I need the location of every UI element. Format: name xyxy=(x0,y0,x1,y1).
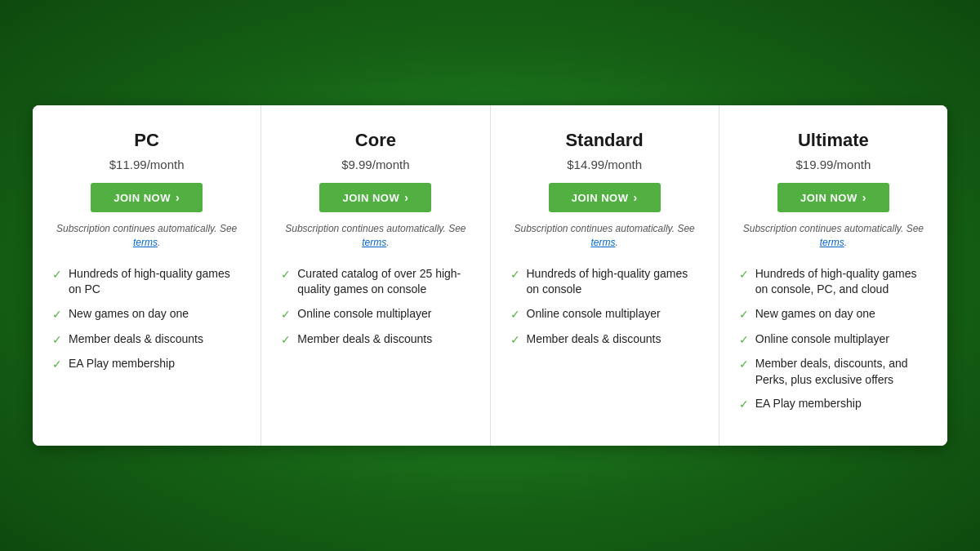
ultimate-join-button[interactable]: JOIN NOW› xyxy=(777,183,889,212)
check-icon: ✓ xyxy=(739,307,749,323)
pc-feature-3: EA Play membership xyxy=(69,356,175,372)
core-feature-2: Member deals & discounts xyxy=(297,331,432,348)
card-ultimate: Ultimate$19.99/monthJOIN NOW›Subscriptio… xyxy=(719,105,947,446)
ultimate-feature-0: Hundreds of high-quality games on consol… xyxy=(755,266,928,298)
list-item: ✓Member deals & discounts xyxy=(52,331,241,349)
ultimate-price: $19.99/month xyxy=(796,158,871,171)
core-subscription-note: Subscription continues automatically. Se… xyxy=(281,222,470,250)
standard-feature-1: Online console multiplayer xyxy=(527,306,661,322)
pc-join-label: JOIN NOW xyxy=(114,192,171,204)
pc-title: PC xyxy=(134,130,159,151)
ultimate-feature-3: Member deals, discounts, and Perks, plus… xyxy=(755,356,928,388)
list-item: ✓Member deals & discounts xyxy=(281,331,470,349)
core-feature-0: Curated catalog of over 25 high-quality … xyxy=(297,266,470,298)
list-item: ✓Member deals, discounts, and Perks, plu… xyxy=(739,356,928,388)
standard-terms-link[interactable]: terms xyxy=(590,237,615,248)
check-icon: ✓ xyxy=(510,267,520,283)
check-icon: ✓ xyxy=(52,307,62,323)
list-item: ✓Online console multiplayer xyxy=(739,331,928,349)
check-icon: ✓ xyxy=(510,332,520,349)
list-item: ✓Online console multiplayer xyxy=(281,306,470,323)
list-item: ✓Online console multiplayer xyxy=(510,306,699,323)
list-item: ✓Hundreds of high-quality games on conso… xyxy=(739,266,928,298)
pc-feature-1: New games on day one xyxy=(69,306,189,322)
standard-join-label: JOIN NOW xyxy=(572,192,629,204)
check-icon: ✓ xyxy=(52,332,62,349)
standard-features-list: ✓Hundreds of high-quality games on conso… xyxy=(510,266,699,356)
card-core: Core$9.99/monthJOIN NOW›Subscription con… xyxy=(261,105,490,446)
ultimate-chevron-icon: › xyxy=(862,191,866,204)
core-feature-1: Online console multiplayer xyxy=(297,306,431,322)
pc-terms-link[interactable]: terms xyxy=(133,237,158,248)
plans-container: PC$11.99/monthJOIN NOW›Subscription cont… xyxy=(33,105,947,446)
standard-feature-2: Member deals & discounts xyxy=(527,331,662,348)
pc-price: $11.99/month xyxy=(109,158,185,171)
core-price: $9.99/month xyxy=(341,158,409,171)
pc-feature-2: Member deals & discounts xyxy=(69,331,203,348)
list-item: ✓Hundreds of high-quality games on PC xyxy=(52,266,241,298)
standard-subscription-note: Subscription continues automatically. Se… xyxy=(510,222,699,250)
check-icon: ✓ xyxy=(281,267,291,283)
check-icon: ✓ xyxy=(739,357,749,373)
core-terms-link[interactable]: terms xyxy=(362,237,386,248)
ultimate-feature-1: New games on day one xyxy=(755,306,875,322)
card-pc: PC$11.99/monthJOIN NOW›Subscription cont… xyxy=(33,105,261,446)
standard-title: Standard xyxy=(565,130,643,151)
ultimate-subscription-note: Subscription continues automatically. Se… xyxy=(739,222,928,250)
standard-join-button[interactable]: JOIN NOW› xyxy=(549,183,661,212)
check-icon: ✓ xyxy=(739,332,749,349)
ultimate-join-label: JOIN NOW xyxy=(800,192,858,204)
core-join-button[interactable]: JOIN NOW› xyxy=(319,183,431,212)
pc-chevron-icon: › xyxy=(176,191,180,204)
list-item: ✓Member deals & discounts xyxy=(510,331,699,349)
ultimate-feature-2: Online console multiplayer xyxy=(755,331,889,348)
ultimate-title: Ultimate xyxy=(798,130,869,151)
core-chevron-icon: › xyxy=(404,191,408,204)
check-icon: ✓ xyxy=(510,307,520,323)
pc-join-button[interactable]: JOIN NOW› xyxy=(91,183,203,212)
core-join-label: JOIN NOW xyxy=(342,192,399,204)
check-icon: ✓ xyxy=(739,397,749,413)
check-icon: ✓ xyxy=(281,307,291,323)
core-features-list: ✓Curated catalog of over 25 high-quality… xyxy=(281,266,470,356)
list-item: ✓Curated catalog of over 25 high-quality… xyxy=(281,266,470,298)
list-item: ✓New games on day one xyxy=(52,306,241,323)
check-icon: ✓ xyxy=(52,267,62,283)
check-icon: ✓ xyxy=(281,332,291,349)
pc-features-list: ✓Hundreds of high-quality games on PC✓Ne… xyxy=(52,266,241,381)
check-icon: ✓ xyxy=(52,357,62,373)
ultimate-terms-link[interactable]: terms xyxy=(820,237,844,248)
pc-subscription-note: Subscription continues automatically. Se… xyxy=(52,222,241,250)
check-icon: ✓ xyxy=(739,267,749,283)
ultimate-features-list: ✓Hundreds of high-quality games on conso… xyxy=(739,266,928,421)
standard-price: $14.99/month xyxy=(567,158,642,171)
list-item: ✓Hundreds of high-quality games on conso… xyxy=(510,266,699,298)
list-item: ✓New games on day one xyxy=(739,306,928,323)
list-item: ✓EA Play membership xyxy=(52,356,241,373)
standard-chevron-icon: › xyxy=(633,191,637,204)
core-title: Core xyxy=(355,130,396,151)
ultimate-feature-4: EA Play membership xyxy=(755,396,862,412)
list-item: ✓EA Play membership xyxy=(739,396,928,413)
pc-feature-0: Hundreds of high-quality games on PC xyxy=(69,266,241,298)
card-standard: Standard$14.99/monthJOIN NOW›Subscriptio… xyxy=(491,105,719,446)
standard-feature-0: Hundreds of high-quality games on consol… xyxy=(527,266,699,298)
